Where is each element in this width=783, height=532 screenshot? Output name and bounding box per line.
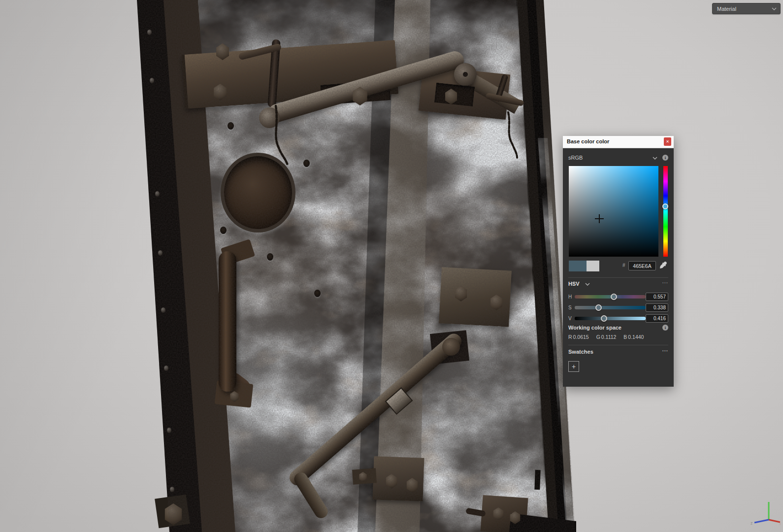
v-value-field[interactable]: 0.416: [646, 314, 668, 323]
rivet: [164, 366, 168, 371]
current-color-swatch[interactable]: [569, 261, 587, 271]
s-value-field[interactable]: 0.338: [646, 303, 668, 312]
locking-bar-pivot-cap: [442, 338, 460, 356]
saturation-value-picker[interactable]: [569, 166, 658, 257]
add-swatch-button[interactable]: +: [568, 361, 579, 372]
h-slider-handle[interactable]: [611, 294, 617, 300]
mode-menu-button[interactable]: ⋯: [662, 279, 668, 286]
previous-color-swatch[interactable]: [587, 261, 599, 271]
b-label: B: [623, 334, 627, 340]
mode-label[interactable]: HSV: [568, 281, 580, 287]
color-space-row: sRGB i: [568, 154, 668, 162]
info-icon[interactable]: i: [662, 155, 668, 161]
color-space-label: sRGB: [568, 155, 583, 161]
jamb-strike-slot: [534, 470, 540, 490]
dialog-title: Base color color: [567, 138, 609, 144]
sv-cursor[interactable]: [595, 214, 604, 223]
rivet: [158, 250, 163, 256]
slider-row-v: V 0.416: [568, 315, 668, 322]
latch-pivot-center: [463, 72, 468, 77]
hue-slider[interactable]: [663, 166, 668, 257]
h-slider-track[interactable]: [575, 295, 646, 299]
bolt-hole: [303, 160, 310, 167]
working-color-space-heading: Working color space: [568, 325, 621, 331]
chevron-down-icon[interactable]: [652, 157, 657, 160]
r-value: 0.0615: [573, 334, 589, 340]
lower-bracket-plate: [372, 456, 424, 501]
info-icon[interactable]: i: [662, 325, 668, 331]
divider: [568, 277, 668, 278]
swatches-row: Swatches ⋯: [568, 349, 668, 356]
slider-label: H: [568, 294, 574, 299]
rivet: [161, 307, 165, 313]
v-slider-handle[interactable]: [601, 315, 607, 322]
r-label: R: [568, 334, 572, 340]
divider: [568, 345, 668, 345]
swatches-menu-button[interactable]: ⋯: [662, 347, 668, 354]
hex-prefix: #: [622, 263, 625, 268]
color-picker-dialog: Base color color ✕ sRGB i # HSV: [563, 136, 674, 387]
h-value-field[interactable]: 0.557: [646, 293, 668, 301]
material-mode-label: Material: [713, 6, 772, 12]
door-handle-bar: [219, 251, 236, 392]
chevron-down-icon[interactable]: [585, 283, 590, 286]
swatches-heading: Swatches: [568, 349, 593, 355]
slider-row-h: H 0.557: [568, 293, 668, 300]
working-rgb-values: R0.0615 G0.1112 B0.1440: [568, 334, 668, 340]
rivet: [155, 191, 160, 197]
material-mode-dropdown[interactable]: Material: [712, 3, 781, 14]
hue-slider-handle[interactable]: [662, 203, 668, 209]
slider-label: V: [568, 316, 574, 321]
g-value: 0.1112: [601, 334, 617, 340]
eyedropper-icon[interactable]: [660, 262, 667, 268]
bolt-hole: [228, 122, 234, 130]
bar-mount-plate: [439, 267, 512, 327]
chevron-down-icon: [772, 7, 777, 10]
b-value: 0.1440: [628, 334, 644, 340]
gizmo-x-label: x: [779, 521, 782, 526]
slider-row-s: S 0.338: [568, 304, 668, 311]
hex-input[interactable]: [628, 261, 656, 270]
latch-arm-endcap: [259, 107, 280, 128]
rivet: [150, 78, 154, 83]
dialog-titlebar[interactable]: Base color color ✕: [563, 136, 674, 148]
v-slider-track[interactable]: [575, 317, 646, 320]
bolt-hole: [220, 227, 227, 234]
gizmo-z-label: z: [750, 521, 753, 526]
mode-row: HSV ⋯: [568, 281, 668, 288]
s-slider-handle[interactable]: [595, 304, 602, 311]
close-button[interactable]: ✕: [664, 137, 671, 146]
porthole-recess: [221, 153, 295, 233]
axis-gizmo: z x: [747, 493, 782, 528]
g-label: G: [596, 334, 600, 340]
rivet: [170, 487, 174, 492]
slider-label: S: [568, 305, 574, 310]
s-slider-track[interactable]: [575, 306, 646, 309]
bolt-hole: [314, 290, 321, 297]
viewport-3d[interactable]: Material Base color color ✕ sRGB i #: [0, 0, 783, 532]
working-color-space-row: Working color space i: [568, 325, 668, 332]
rivet: [147, 30, 152, 35]
bolt-hole: [267, 253, 273, 261]
rivet: [167, 428, 171, 433]
